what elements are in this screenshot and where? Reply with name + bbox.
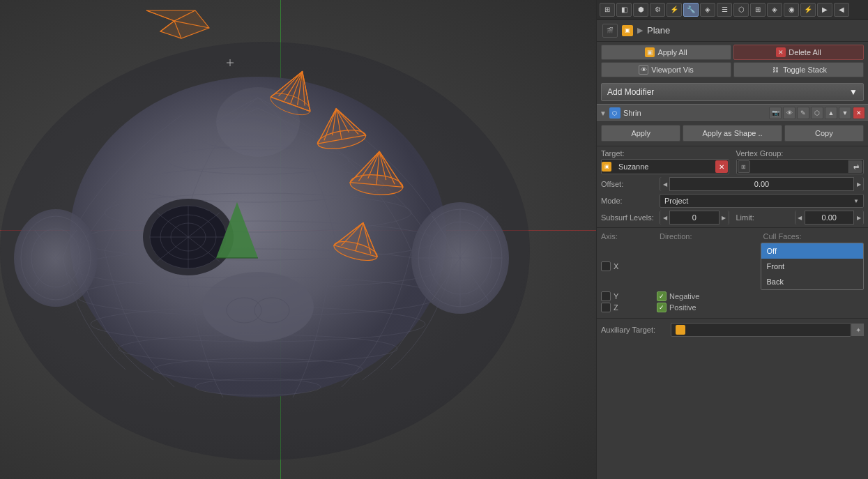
breadcrumb-arrow: ▶ bbox=[637, 26, 643, 35]
apply-all-button[interactable]: ▣ Apply All bbox=[601, 45, 731, 60]
limit-field[interactable]: ◀ 0.00 ▶ bbox=[795, 211, 865, 225]
apply-all-row: ▣ Apply All ✕ Delete All bbox=[601, 45, 864, 60]
toolbar-icon-10[interactable]: ⊞ bbox=[750, 3, 766, 17]
cull-faces-dropdown[interactable]: Off Front Back bbox=[761, 243, 865, 290]
axis-z-group: Z bbox=[601, 303, 657, 312]
subsurf-label: Subsurf Levels: bbox=[601, 213, 657, 222]
target-object-icon: ▣ bbox=[602, 162, 611, 172]
cull-faces-header: Cull Faces: bbox=[763, 232, 865, 241]
negative-checkbox[interactable] bbox=[657, 291, 667, 301]
copy-button[interactable]: Copy bbox=[784, 125, 864, 142]
svg-marker-42 bbox=[146, 10, 209, 38]
offset-decrement[interactable]: ◀ bbox=[660, 177, 670, 191]
svg-point-36 bbox=[202, 272, 314, 342]
viewport-icon[interactable]: 👁 bbox=[783, 107, 795, 119]
axis-x-row: X Off Front bbox=[601, 243, 864, 290]
limit-increment[interactable]: ▶ bbox=[853, 211, 863, 225]
divider-1 bbox=[597, 146, 868, 146]
positive-label: Positive bbox=[669, 303, 696, 312]
offset-increment[interactable]: ▶ bbox=[853, 177, 863, 191]
axis-x-checkbox[interactable] bbox=[601, 261, 611, 271]
toolbar-icon-5[interactable]: ⚡ bbox=[667, 3, 682, 17]
auxiliary-section: Auxiliary Target: ✦ bbox=[597, 320, 868, 340]
axis-z-row: Z Positive bbox=[601, 303, 864, 312]
toolbar-icon-8[interactable]: ☰ bbox=[717, 3, 732, 17]
toolbar-icon-11[interactable]: ◈ bbox=[767, 3, 782, 17]
toolbar-icon-14[interactable]: ▶ bbox=[817, 3, 832, 17]
limit-decrement[interactable]: ◀ bbox=[795, 211, 805, 225]
axis-x-label: X bbox=[614, 262, 618, 271]
toggle-stack-button[interactable]: ⛓ Toggle Stack bbox=[733, 62, 864, 77]
axis-y-checkbox[interactable] bbox=[601, 291, 611, 301]
move-up-icon[interactable]: ▲ bbox=[825, 107, 837, 119]
subsurf-increment[interactable]: ▶ bbox=[719, 211, 729, 225]
cage-icon[interactable]: ⬡ bbox=[811, 107, 823, 119]
auxiliary-label: Auxiliary Target: bbox=[601, 326, 671, 334]
axis-section: Axis: Direction: Cull Faces: X bbox=[597, 229, 868, 317]
divider-2 bbox=[597, 227, 868, 228]
mode-select[interactable]: Project ▼ bbox=[660, 194, 864, 208]
shrinkwrap-header: ▼ ⬡ Shrin 📷 👁 ✎ ⬡ ▲ ▼ bbox=[597, 104, 868, 122]
mode-label: Mode: bbox=[601, 197, 657, 205]
toolbar-icon-4[interactable]: ⚙ bbox=[650, 3, 665, 17]
panel-scroll[interactable]: ▣ Apply All ✕ Delete All 👁 Viewport Vis … bbox=[597, 42, 868, 479]
aux-picker-button[interactable]: ✦ bbox=[851, 324, 864, 336]
target-vertex-row: Target: ▣ Suzanne ✕ Vertex Group: ⊞ ⇄ bbox=[597, 148, 868, 176]
toolbar-icon-9[interactable]: ⬡ bbox=[733, 3, 749, 17]
delete-all-button[interactable]: ✕ Delete All bbox=[733, 45, 864, 60]
offset-row: Offset: ◀ 0.00 ▶ bbox=[597, 176, 868, 192]
add-modifier-button[interactable]: Add Modifier ▼ bbox=[601, 83, 864, 101]
modifier-name: Shrin bbox=[623, 109, 766, 117]
toolbar-icon-7[interactable]: ◈ bbox=[700, 3, 715, 17]
cull-off-option[interactable]: Off bbox=[761, 243, 864, 259]
auxiliary-field[interactable] bbox=[671, 323, 851, 337]
toolbar-icon-15[interactable]: ◀ bbox=[834, 3, 849, 17]
move-down-icon[interactable]: ▼ bbox=[839, 107, 851, 119]
vertex-group-swap-btn[interactable]: ⇄ bbox=[848, 160, 862, 173]
viewport[interactable] bbox=[0, 0, 596, 479]
cull-back-option[interactable]: Back bbox=[761, 274, 864, 289]
target-value: Suzanne bbox=[614, 162, 715, 171]
subsurf-field[interactable]: ◀ 0 ▶ bbox=[660, 211, 729, 225]
object-type-icon: ▣ bbox=[622, 25, 633, 36]
axis-y-row: Y Negative bbox=[601, 291, 864, 301]
toolbar-icon-3[interactable]: ⬢ bbox=[633, 3, 648, 17]
offset-field[interactable]: ◀ 0.00 ▶ bbox=[660, 177, 864, 191]
edit-mode-icon[interactable]: ✎ bbox=[797, 107, 809, 119]
negative-label: Negative bbox=[669, 292, 699, 301]
positive-group: Positive bbox=[657, 303, 761, 312]
toolbar-icon-6[interactable]: 🔧 bbox=[683, 3, 699, 17]
apply-buttons-row: Apply Apply as Shape .. Copy bbox=[597, 122, 868, 144]
subsurf-value: 0 bbox=[670, 213, 719, 222]
cull-front-option[interactable]: Front bbox=[761, 259, 864, 274]
axis-z-label: Z bbox=[614, 303, 618, 312]
axis-headers: Axis: Direction: Cull Faces: bbox=[601, 232, 864, 241]
apply-button[interactable]: Apply bbox=[601, 125, 680, 142]
close-modifier-icon[interactable]: ✕ bbox=[853, 107, 865, 119]
mode-value: Project bbox=[664, 197, 688, 205]
apply-as-shape-button[interactable]: Apply as Shape .. bbox=[683, 125, 782, 142]
modifier-top-section: ▣ Apply All ✕ Delete All 👁 Viewport Vis … bbox=[597, 42, 868, 80]
scene-icon[interactable]: 🎬 bbox=[602, 24, 618, 38]
subsurf-decrement[interactable]: ◀ bbox=[660, 211, 670, 225]
render-icon[interactable]: 📷 bbox=[769, 107, 782, 119]
target-clear-button[interactable]: ✕ bbox=[715, 160, 728, 173]
target-field[interactable]: ▣ Suzanne ✕ bbox=[601, 159, 729, 174]
offset-label: Offset: bbox=[601, 180, 657, 188]
axis-x-group: X bbox=[601, 261, 657, 271]
vertex-group-field[interactable]: ⊞ ⇄ bbox=[736, 159, 865, 174]
expand-icon[interactable]: ▼ bbox=[600, 109, 607, 117]
offset-value: 0.00 bbox=[670, 180, 853, 188]
subsurf-limit-row: Subsurf Levels: ◀ 0 ▶ Limit: ◀ 0.00 ▶ bbox=[597, 209, 868, 226]
toolbar-icon-13[interactable]: ⚡ bbox=[800, 3, 816, 17]
limit-value: 0.00 bbox=[805, 213, 854, 222]
toolbar-icon-1[interactable]: ⊞ bbox=[600, 3, 615, 17]
aux-object-icon bbox=[676, 325, 685, 335]
viewport-vis-button[interactable]: 👁 Viewport Vis bbox=[601, 62, 731, 77]
axis-z-checkbox[interactable] bbox=[601, 303, 611, 312]
mode-row: Mode: Project ▼ bbox=[597, 192, 868, 209]
positive-checkbox[interactable] bbox=[657, 303, 667, 312]
toolbar-icon-12[interactable]: ◉ bbox=[784, 3, 799, 17]
toolbar-icon-2[interactable]: ◧ bbox=[616, 3, 632, 17]
axis-header: Axis: bbox=[601, 232, 657, 241]
